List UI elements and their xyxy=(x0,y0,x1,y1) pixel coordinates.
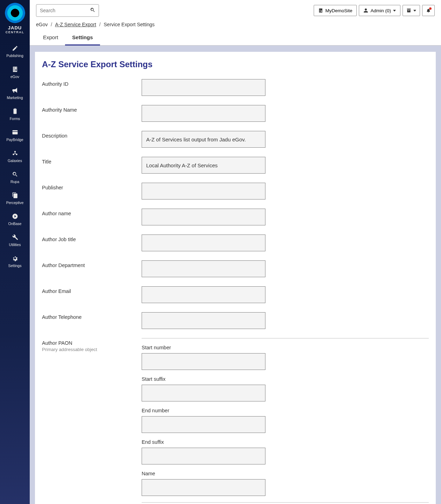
sidebar-item-label: Utilities xyxy=(9,243,21,247)
author-job-label: Author Job title xyxy=(42,237,76,242)
pencil-icon xyxy=(11,44,19,52)
settings-panel: A-Z Service Export Settings Authority ID… xyxy=(35,52,436,504)
brand-logo: JADU CENTRAL xyxy=(5,3,25,34)
tab-settings[interactable]: Settings xyxy=(65,31,100,46)
bullhorn-icon xyxy=(11,86,19,94)
sidebar-item-label: OnBase xyxy=(8,222,22,226)
author-tel-input[interactable] xyxy=(142,312,265,329)
authority-name-input[interactable] xyxy=(142,105,265,122)
tab-export[interactable]: Export xyxy=(36,31,65,46)
chevron-down-icon xyxy=(413,10,416,12)
paon-name-input[interactable] xyxy=(142,479,265,496)
authority-id-input[interactable] xyxy=(142,79,265,96)
paon-end-number-label: End number xyxy=(142,408,429,413)
publisher-input[interactable] xyxy=(142,183,265,200)
author-name-label: Author name xyxy=(42,211,71,216)
sidebar-item-forms[interactable]: Forms xyxy=(0,103,30,124)
copy-icon xyxy=(11,191,19,199)
author-email-input[interactable] xyxy=(142,286,265,303)
group-separator xyxy=(142,338,429,338)
main-area: MyDemoSite Admin (0) eGov / A-Z Serv xyxy=(30,0,441,504)
site-name: MyDemoSite xyxy=(325,8,352,13)
paon-end-suffix-input[interactable] xyxy=(142,448,265,464)
author-job-input[interactable] xyxy=(142,234,265,251)
title-input[interactable] xyxy=(142,157,265,174)
logo-ring-icon xyxy=(5,3,25,23)
search-icon xyxy=(90,7,95,13)
site-selector-button[interactable]: MyDemoSite xyxy=(314,5,357,16)
sidebar-item-label: Settings xyxy=(8,264,22,268)
play-circle-icon xyxy=(11,212,19,220)
sidebar-item-label: PayBridge xyxy=(6,138,23,142)
sidebar-item-rupa[interactable]: Rupa xyxy=(0,166,30,187)
author-dept-label: Author Department xyxy=(42,262,85,268)
page-title: A-Z Service Export Settings xyxy=(42,59,429,69)
author-paon-hint: Primary addressable object xyxy=(42,347,142,352)
breadcrumb: eGov / A-Z Service Export / Service Expo… xyxy=(30,17,441,31)
gear-icon xyxy=(11,254,19,262)
building-icon xyxy=(318,8,323,13)
paon-name-label: Name xyxy=(142,471,429,476)
user-label: Admin (0) xyxy=(370,8,391,13)
sidebar-item-paybridge[interactable]: PayBridge xyxy=(0,124,30,145)
archive-menu-button[interactable] xyxy=(403,5,420,16)
paon-end-number-input[interactable] xyxy=(142,416,265,433)
credit-card-icon xyxy=(11,128,19,136)
description-input[interactable] xyxy=(142,131,265,148)
authority-name-label: Authority Name xyxy=(42,107,77,113)
group-separator xyxy=(142,502,429,503)
sidebar-item-label: Galaxies xyxy=(8,159,22,163)
sidebar-item-label: eGov xyxy=(10,75,19,79)
search-button[interactable] xyxy=(88,6,97,15)
topbar: MyDemoSite Admin (0) xyxy=(30,0,441,17)
sidebar: JADU CENTRAL Publishing eGov Marketing F… xyxy=(0,0,30,504)
author-dept-input[interactable] xyxy=(142,260,265,277)
notifications-button[interactable] xyxy=(422,5,435,16)
author-tel-label: Author Telephone xyxy=(42,314,81,320)
wrench-icon xyxy=(11,233,19,241)
sidebar-item-onbase[interactable]: OnBase xyxy=(0,208,30,229)
authority-id-label: Authority ID xyxy=(42,81,69,87)
sidebar-item-label: Perceptive xyxy=(6,201,24,205)
publisher-label: Publisher xyxy=(42,185,63,190)
svg-point-1 xyxy=(13,154,14,155)
sidebar-item-utilities[interactable]: Utilities xyxy=(0,229,30,250)
sidebar-item-marketing[interactable]: Marketing xyxy=(0,82,30,103)
breadcrumb-current: Service Export Settings xyxy=(104,22,155,27)
svg-point-0 xyxy=(14,151,16,153)
clipboard-icon xyxy=(11,107,19,115)
brand-sub: CENTRAL xyxy=(6,30,24,34)
chevron-down-icon xyxy=(393,10,396,12)
archive-icon xyxy=(406,8,411,13)
breadcrumb-separator: / xyxy=(51,22,52,27)
sidebar-item-label: Marketing xyxy=(7,96,23,100)
user-icon xyxy=(363,8,368,13)
sidebar-item-egov[interactable]: eGov xyxy=(0,61,30,82)
breadcrumb-link[interactable]: A-Z Service Export xyxy=(55,22,96,27)
user-menu-button[interactable]: Admin (0) xyxy=(359,5,400,16)
search-icon xyxy=(11,170,19,178)
sidebar-item-label: Forms xyxy=(10,117,20,121)
bell-icon xyxy=(426,8,431,13)
tabs: Export Settings xyxy=(30,31,441,46)
sidebar-item-label: Rupa xyxy=(10,180,19,184)
paon-start-suffix-label: Start suffix xyxy=(142,376,429,382)
description-label: Description xyxy=(42,133,67,139)
brand-name: JADU xyxy=(8,25,22,30)
title-label: Title xyxy=(42,159,51,164)
sidebar-item-publishing[interactable]: Publishing xyxy=(0,40,30,61)
breadcrumb-separator: / xyxy=(99,22,101,27)
sidebar-item-galaxies[interactable]: Galaxies xyxy=(0,145,30,166)
sidebar-item-perceptive[interactable]: Perceptive xyxy=(0,187,30,208)
author-email-label: Author Email xyxy=(42,288,71,294)
sidebar-item-settings[interactable]: Settings xyxy=(0,250,30,271)
paon-start-number-label: Start number xyxy=(142,345,429,350)
author-name-input[interactable] xyxy=(142,209,265,225)
breadcrumb-root: eGov xyxy=(36,22,48,27)
sidebar-item-label: Publishing xyxy=(6,54,23,58)
paon-start-suffix-input[interactable] xyxy=(142,385,265,401)
paon-start-number-input[interactable] xyxy=(142,353,265,370)
svg-point-2 xyxy=(16,154,17,155)
paon-end-suffix-label: End suffix xyxy=(142,439,429,445)
galaxies-icon xyxy=(11,149,19,157)
